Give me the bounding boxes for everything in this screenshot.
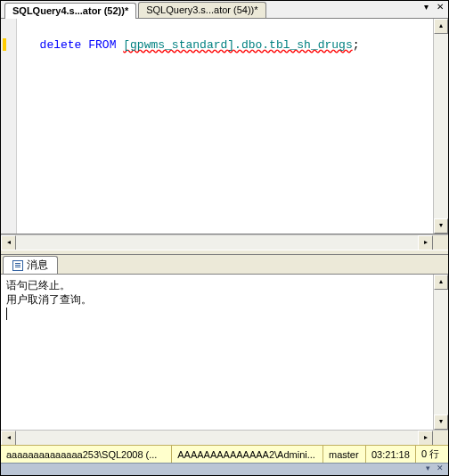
messages-panel: 语句已终止。 用户取消了查询。 ▴ ▾ [1, 275, 448, 430]
messages-icon [12, 260, 23, 271]
scroll-left-icon[interactable]: ◂ [1, 235, 16, 250]
status-bar: aaaaaaaaaaaaaa253\SQL2008 (... AAAAAAAAA… [1, 445, 448, 463]
sql-editor[interactable]: delete FROM [gpwms_standard].dbo.tbl_sh_… [1, 19, 448, 234]
results-tab-bar: 消息 [1, 255, 448, 275]
messages-vertical-scrollbar[interactable]: ▴ ▾ [433, 275, 448, 430]
scroll-down-icon[interactable]: ▾ [434, 414, 448, 430]
scroll-down-icon[interactable]: ▾ [434, 218, 448, 234]
scroll-up-icon[interactable]: ▴ [434, 275, 448, 290]
tab-messages[interactable]: 消息 [3, 256, 58, 274]
footer-close-icon[interactable]: ✕ [436, 464, 445, 473]
scroll-right-icon[interactable]: ▸ [418, 235, 433, 250]
messages-horizontal-scrollbar[interactable]: ◂ ▸ [1, 430, 448, 445]
tab-close-icon[interactable]: ✕ [434, 2, 446, 14]
footer-dropdown-icon[interactable]: ▾ [423, 464, 432, 473]
text-cursor [6, 308, 7, 320]
scroll-right-icon[interactable]: ▸ [418, 431, 433, 446]
tab-list-dropdown-icon[interactable]: ▾ [420, 2, 432, 14]
editor-hscroll-track[interactable] [16, 235, 418, 250]
scroll-corner [433, 431, 448, 446]
scroll-left-icon[interactable]: ◂ [1, 431, 16, 446]
scroll-corner [433, 235, 448, 250]
status-user: AAAAAAAAAAAAAA2\Admini... [172, 446, 323, 463]
messages-text[interactable]: 语句已终止。 用户取消了查询。 [1, 275, 433, 430]
tab-messages-label: 消息 [27, 258, 48, 273]
scroll-up-icon[interactable]: ▴ [434, 19, 448, 34]
code-content[interactable]: delete FROM [gpwms_standard].dbo.tbl_sh_… [17, 19, 433, 234]
status-server: aaaaaaaaaaaaaa253\SQL2008 (... [1, 446, 172, 463]
status-elapsed-time: 03:21:18 [366, 446, 416, 463]
line-cursor-indicator [3, 38, 6, 51]
tab-sqlquery4[interactable]: SQLQuery4.s...ator (52))* [4, 3, 136, 19]
editor-vertical-scrollbar[interactable]: ▴ ▾ [433, 19, 448, 234]
status-database: master [323, 446, 366, 463]
editor-gutter [1, 19, 17, 234]
window-footer: ▾ ✕ [1, 463, 448, 475]
hscroll-track[interactable] [16, 431, 418, 445]
scroll-track[interactable] [434, 34, 448, 218]
status-row-count: 0 行 [416, 446, 448, 463]
tab-sqlquery3[interactable]: SQLQuery3.s...ator (54))* [138, 2, 265, 18]
query-tab-bar: SQLQuery4.s...ator (52))* SQLQuery3.s...… [1, 1, 448, 19]
scroll-track[interactable] [434, 290, 448, 414]
